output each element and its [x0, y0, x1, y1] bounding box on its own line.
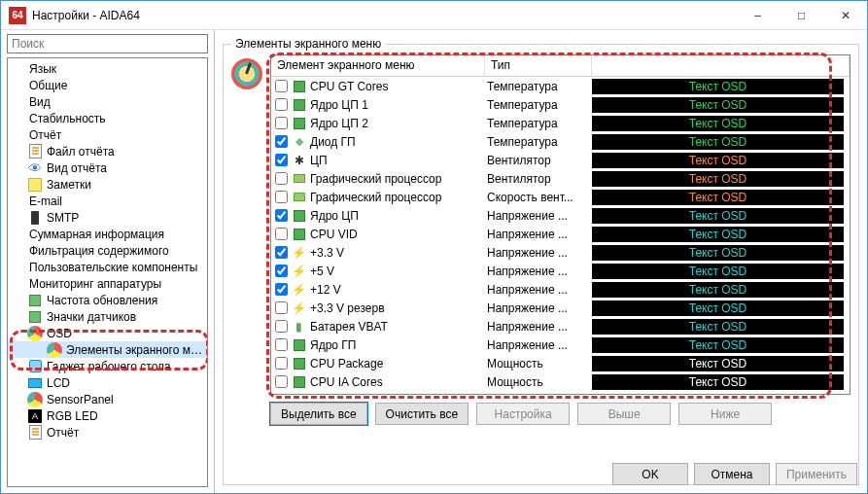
apply-button[interactable]: Применить	[776, 463, 857, 485]
table-row[interactable]: ⚡+12 VНапряжение ...Текст OSD	[271, 280, 850, 299]
blank-icon	[10, 61, 25, 77]
tree-item[interactable]: Отчёт	[8, 424, 207, 441]
list-body[interactable]: CPU GT CoresТемператураТекст OSDЯдро ЦП …	[271, 77, 850, 394]
close-button[interactable]: ✕	[823, 1, 867, 30]
table-row[interactable]: ◆Диод ГПТемператураТекст OSD	[271, 132, 850, 151]
tree-item[interactable]: Пользовательские компоненты	[8, 259, 207, 275]
row-checkbox[interactable]	[275, 209, 288, 222]
row-checkbox[interactable]	[275, 98, 288, 111]
tree-item[interactable]: OSD	[8, 325, 207, 341]
note-icon	[27, 177, 43, 193]
row-checkbox[interactable]	[275, 80, 288, 92]
tree-item[interactable]: Суммарная информация	[8, 226, 207, 242]
row-checkbox[interactable]	[275, 228, 288, 240]
search-input[interactable]	[7, 34, 208, 53]
table-row[interactable]: Графический процессорСкорость вент...Тек…	[271, 188, 850, 206]
tree-item[interactable]: Общие	[8, 77, 207, 93]
move-down-button[interactable]: Ниже	[678, 403, 772, 425]
row-checkbox[interactable]	[275, 172, 288, 185]
app-icon: 64	[9, 7, 26, 24]
cancel-button[interactable]: Отмена	[694, 463, 770, 485]
select-all-button[interactable]: Выделить все	[270, 403, 367, 425]
row-type: Напряжение ...	[485, 228, 592, 241]
table-row[interactable]: ⚡+5 VНапряжение ...Текст OSD	[271, 262, 850, 280]
row-checkbox[interactable]	[275, 117, 288, 129]
table-row[interactable]: CPU IA CoresМощностьТекст OSD	[271, 372, 850, 391]
configure-button[interactable]: Настройка	[476, 403, 570, 425]
tree-item-label: Гаджет рабочего стола	[47, 360, 171, 373]
table-row[interactable]: ▮Батарея VBATНапряжение ...Текст OSD	[271, 317, 850, 335]
table-row[interactable]: ✱ЦПВентиляторТекст OSD	[271, 151, 850, 169]
row-type: Мощность	[485, 375, 592, 389]
row-label: +3.3 V резерв	[310, 301, 385, 315]
settings-tree[interactable]: ЯзыкОбщиеВидСтабильностьОтчётФайл отчёта…	[7, 57, 208, 487]
tree-item[interactable]: ARGB LED	[8, 407, 207, 424]
row-checkbox[interactable]	[275, 265, 288, 277]
tree-item[interactable]: Вид	[8, 93, 207, 110]
tree-item[interactable]: Заметки	[8, 176, 207, 193]
table-row[interactable]: Ядро ЦПНапряжение ...Текст OSD	[271, 206, 850, 225]
table-row[interactable]: CPU GT CoresТемператураТекст OSD	[271, 77, 850, 95]
dialog-buttons: OK Отмена Применить	[612, 463, 857, 485]
tree-item[interactable]: SMTP	[8, 209, 207, 226]
table-row[interactable]: CPU VIDНапряжение ...Текст OSD	[271, 225, 850, 243]
osd-items-list[interactable]: Элемент экранного меню Тип CPU GT CoresТ…	[270, 54, 851, 395]
cpu-icon	[292, 79, 306, 93]
tree-item[interactable]: Язык	[8, 60, 207, 77]
tree-item[interactable]: LCD	[8, 374, 207, 391]
chip-icon	[27, 293, 43, 308]
row-checkbox[interactable]	[275, 320, 288, 333]
row-checkbox[interactable]	[275, 135, 288, 148]
row-checkbox[interactable]	[275, 154, 288, 166]
table-row[interactable]: Ядро ЦП 2ТемператураТекст OSD	[271, 114, 850, 132]
blank-icon	[10, 276, 25, 292]
row-type: Вентилятор	[485, 154, 592, 167]
table-row[interactable]: CPU PackageМощностьТекст OSD	[271, 354, 850, 372]
row-checkbox[interactable]	[275, 191, 288, 203]
clear-all-button[interactable]: Очистить все	[375, 403, 469, 425]
tree-item[interactable]: Гаджет рабочего стола	[8, 358, 207, 374]
osd-pill: Текст OSD	[592, 319, 844, 335]
ok-button[interactable]: OK	[612, 463, 688, 485]
tree-item[interactable]: Значки датчиков	[8, 308, 207, 325]
tree-item-label: SensorPanel	[47, 393, 114, 406]
column-item[interactable]: Элемент экранного меню	[271, 55, 485, 76]
tree-item[interactable]: Частота обновления	[8, 292, 207, 308]
row-checkbox[interactable]	[275, 301, 288, 314]
row-checkbox[interactable]	[275, 357, 288, 370]
row-type: Температура	[485, 117, 592, 130]
table-row[interactable]: Ядро ЦП 1ТемператураТекст OSD	[271, 95, 850, 114]
tree-item[interactable]: Элементы экранного меню	[8, 341, 207, 358]
tree-item[interactable]: Фильтрация содержимого	[8, 242, 207, 259]
osd-items-group: Элементы экранного меню Элемент экранног…	[223, 44, 859, 485]
row-checkbox[interactable]	[275, 375, 288, 388]
tree-item[interactable]: Файл отчёта	[8, 143, 207, 159]
minimize-button[interactable]: –	[736, 1, 780, 30]
right-panel: Элементы экранного меню Элемент экранног…	[215, 30, 867, 493]
cpu-icon	[292, 374, 306, 389]
tree-item[interactable]: SensorPanel	[8, 391, 207, 407]
table-row[interactable]: ⚡+3.3 VНапряжение ...Текст OSD	[271, 243, 850, 262]
table-row[interactable]: Графический процессорВентиляторТекст OSD	[271, 169, 850, 188]
tree-item[interactable]: E-mail	[8, 193, 207, 209]
tree-item-label: RGB LED	[47, 409, 98, 423]
tree-item[interactable]: Отчёт	[8, 126, 207, 143]
tree-item[interactable]: Мониторинг аппаратуры	[8, 275, 207, 292]
row-checkbox[interactable]	[275, 246, 288, 259]
row-type: Напряжение ...	[485, 338, 592, 352]
osd-pill: Текст OSD	[592, 356, 844, 371]
tree-item[interactable]: 👁Вид отчёта	[8, 159, 207, 176]
column-osd[interactable]	[592, 55, 850, 76]
move-up-button[interactable]: Выше	[577, 403, 671, 425]
table-row[interactable]: Ядро ГПНапряжение ...Текст OSD	[271, 335, 850, 354]
row-checkbox[interactable]	[275, 283, 288, 296]
column-type[interactable]: Тип	[485, 55, 592, 76]
tree-item[interactable]: Стабильность	[8, 110, 207, 126]
table-row[interactable]: ⚡+3.3 V резервНапряжение ...Текст OSD	[271, 299, 850, 317]
maximize-button[interactable]: □	[780, 1, 823, 30]
lcd-icon	[27, 375, 43, 391]
tree-item-label: LCD	[47, 376, 70, 390]
row-checkbox[interactable]	[275, 338, 288, 351]
osd-pill: Текст OSD	[592, 97, 844, 113]
osd-pill: Текст OSD	[592, 282, 844, 298]
